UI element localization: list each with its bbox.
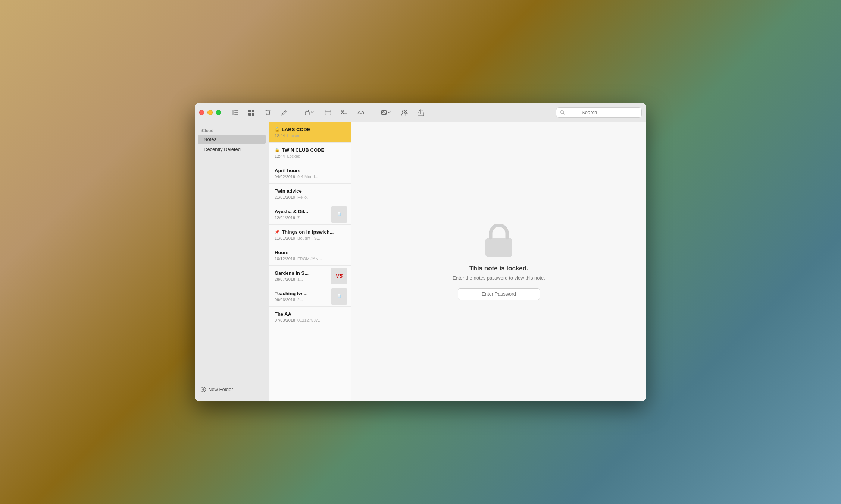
svg-rect-0 — [232, 110, 234, 115]
note-title: Ayesha & Dil... — [275, 209, 308, 214]
media-button[interactable] — [377, 107, 395, 118]
note-item-header: The AA — [275, 311, 346, 317]
traffic-lights — [199, 110, 221, 115]
table-icon — [325, 110, 331, 115]
plus-circle-icon — [201, 387, 206, 392]
collaborator-button[interactable] — [398, 107, 411, 118]
note-date: 11/01/2019 — [275, 236, 295, 240]
password-input[interactable] — [458, 288, 540, 300]
note-date: 12/01/2019 — [275, 215, 295, 220]
note-title: Twin advice — [275, 188, 302, 194]
note-preview: Hello, — [297, 195, 308, 199]
note-item[interactable]: The AA 07/03/2018 012127537... — [269, 307, 351, 327]
note-item[interactable]: April hours 04/02/2019 9-4 Mond... — [269, 163, 351, 184]
locked-note-subtitle: Enter the notes password to view this no… — [453, 275, 545, 281]
delete-button[interactable] — [261, 107, 275, 118]
sidebar-item-recently-deleted[interactable]: Recently Deleted — [198, 145, 266, 154]
note-item-header: 📌 Things on in Ipswich... — [275, 229, 346, 235]
note-meta: 07/03/2018 012127537... — [275, 318, 346, 322]
note-item-header: Hours — [275, 250, 346, 255]
checklist-icon — [341, 110, 347, 116]
compose-button[interactable] — [278, 107, 291, 118]
main-content: iCloud Notes Recently Deleted New Folder… — [195, 122, 646, 401]
note-item[interactable]: Hours 10/12/2018 FROM JAN... — [269, 245, 351, 266]
chevron-down-icon — [311, 111, 314, 113]
new-folder-button[interactable]: New Folder — [195, 382, 269, 397]
search-input[interactable] — [578, 107, 638, 118]
sidebar: iCloud Notes Recently Deleted New Folder — [195, 122, 269, 401]
svg-rect-2 — [234, 112, 238, 113]
note-pin-indicator: 📌 — [275, 230, 280, 234]
note-item[interactable]: 📌 Things on in Ipswich... 11/01/2019 Bou… — [269, 225, 351, 245]
svg-rect-22 — [485, 238, 512, 257]
note-item-header: April hours — [275, 168, 346, 173]
note-title: Gardens in S... — [275, 270, 309, 276]
note-lock-indicator: 🔒 — [275, 127, 280, 132]
search-icon — [560, 110, 565, 115]
note-lock-indicator: 🔒 — [275, 148, 280, 152]
note-title: The AA — [275, 311, 291, 317]
titlebar: Aa — [195, 103, 646, 122]
locked-note-icon — [484, 224, 514, 257]
new-folder-label: New Folder — [208, 387, 233, 392]
note-date: 28/07/2018 — [275, 277, 295, 281]
lock-graphic — [482, 224, 516, 257]
note-title: Teaching twi... — [275, 291, 308, 296]
table-button[interactable] — [321, 107, 335, 118]
note-thumbnail: 📄 — [331, 288, 347, 305]
sidebar-toggle-button[interactable] — [228, 107, 242, 118]
svg-point-19 — [406, 110, 407, 112]
note-thumbnail: 📄 — [331, 206, 347, 223]
note-preview: FROM JAN... — [297, 256, 322, 261]
note-date: 12:44 — [275, 154, 285, 158]
lock-icon — [305, 110, 310, 115]
note-date: 10/12/2018 — [275, 256, 295, 261]
format-button[interactable]: Aa — [354, 107, 368, 118]
divider-1 — [296, 109, 296, 116]
note-meta: 11/01/2019 Bought - S... — [275, 236, 346, 240]
minimize-button[interactable] — [207, 110, 213, 115]
note-meta: 12:44 Locked — [275, 154, 346, 158]
note-detail: This note is locked. Enter the notes pas… — [351, 122, 646, 401]
trash-icon — [265, 109, 271, 116]
note-item-header: 🔒 TWIN CLUB CODE — [275, 147, 346, 153]
note-item[interactable]: 🔒 TWIN CLUB CODE 12:44 Locked — [269, 143, 351, 163]
note-date: 12:44 — [275, 133, 285, 138]
sidebar-item-notes[interactable]: Notes — [198, 135, 266, 144]
note-preview: 1... — [297, 277, 303, 281]
note-thumbnail: VS — [331, 268, 347, 284]
note-preview: Locked — [287, 154, 300, 158]
sidebar-icon — [232, 110, 238, 115]
checklist-button[interactable] — [338, 107, 351, 118]
search-box[interactable] — [556, 107, 642, 118]
notes-list: 🔒 LABS CODE 12:44 Locked 🔒 TWIN CLUB COD… — [269, 122, 351, 401]
close-button[interactable] — [199, 110, 204, 115]
note-preview: 2... — [297, 297, 303, 302]
note-preview: Bought - S... — [297, 236, 320, 240]
share-button[interactable] — [414, 107, 428, 118]
svg-rect-7 — [252, 113, 254, 116]
note-title: LABS CODE — [282, 127, 310, 132]
note-preview: 7 -... — [297, 215, 306, 220]
svg-point-18 — [403, 110, 405, 113]
note-title: April hours — [275, 168, 300, 173]
grid-view-button[interactable] — [245, 107, 258, 118]
note-item[interactable]: Twin advice 21/01/2019 Hello, — [269, 184, 351, 204]
divider-2 — [372, 109, 372, 116]
thumb-doc: 📄 — [337, 212, 341, 216]
note-item[interactable]: 🔒 LABS CODE 12:44 Locked — [269, 122, 351, 143]
note-item[interactable]: Teaching twi... 09/06/2018 2... 📄 — [269, 286, 351, 307]
note-preview: 9-4 Mond... — [297, 174, 318, 179]
note-item[interactable]: Ayesha & Dil... 12/01/2019 7 -... 📄 — [269, 204, 351, 225]
maximize-button[interactable] — [216, 110, 221, 115]
svg-point-13 — [342, 112, 344, 114]
collaborator-icon — [401, 110, 408, 116]
note-title: Hours — [275, 250, 289, 255]
note-title: TWIN CLUB CODE — [282, 147, 324, 153]
note-item[interactable]: Gardens in S... 28/07/2018 1... VS — [269, 266, 351, 286]
note-title: Things on in Ipswich... — [282, 229, 334, 235]
app-window: Aa — [195, 103, 646, 401]
note-preview: Locked — [287, 133, 300, 138]
lock-button[interactable] — [300, 107, 318, 118]
svg-rect-6 — [248, 113, 251, 116]
